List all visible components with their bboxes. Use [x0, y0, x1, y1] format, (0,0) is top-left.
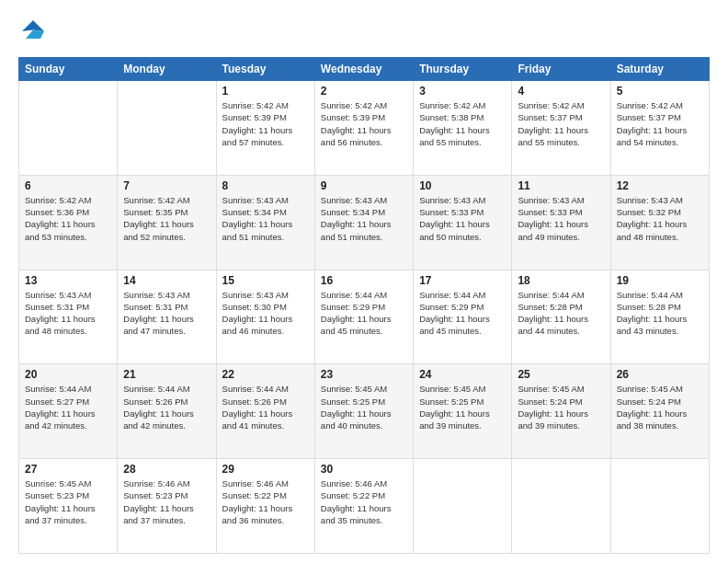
day-number: 16 — [321, 274, 407, 287]
calendar-cell — [610, 459, 709, 554]
day-number: 18 — [518, 274, 604, 287]
day-number: 9 — [321, 179, 407, 192]
day-number: 19 — [617, 274, 703, 287]
page: SundayMondayTuesdayWednesdayThursdayFrid… — [0, 0, 728, 563]
day-info: Sunrise: 5:43 AM Sunset: 5:32 PM Dayligh… — [617, 194, 703, 243]
calendar-header-thursday: Thursday — [414, 58, 512, 81]
calendar-cell: 24Sunrise: 5:45 AM Sunset: 5:25 PM Dayli… — [414, 364, 512, 459]
calendar-cell: 19Sunrise: 5:44 AM Sunset: 5:28 PM Dayli… — [610, 270, 709, 364]
day-info: Sunrise: 5:45 AM Sunset: 5:25 PM Dayligh… — [419, 383, 506, 431]
day-info: Sunrise: 5:45 AM Sunset: 5:24 PM Dayligh… — [617, 383, 703, 431]
day-info: Sunrise: 5:43 AM Sunset: 5:31 PM Dayligh… — [123, 289, 210, 338]
day-info: Sunrise: 5:45 AM Sunset: 5:23 PM Dayligh… — [25, 477, 111, 526]
day-number: 20 — [25, 368, 111, 381]
day-info: Sunrise: 5:42 AM Sunset: 5:37 PM Dayligh… — [518, 99, 604, 148]
calendar-header-saturday: Saturday — [610, 58, 709, 81]
calendar-week-5: 27Sunrise: 5:45 AM Sunset: 5:23 PM Dayli… — [19, 459, 710, 554]
calendar-cell: 29Sunrise: 5:46 AM Sunset: 5:22 PM Dayli… — [216, 459, 314, 554]
calendar-cell: 15Sunrise: 5:43 AM Sunset: 5:30 PM Dayli… — [216, 270, 314, 364]
day-number: 26 — [617, 368, 703, 381]
calendar-cell: 7Sunrise: 5:42 AM Sunset: 5:35 PM Daylig… — [118, 175, 216, 270]
calendar-cell: 16Sunrise: 5:44 AM Sunset: 5:29 PM Dayli… — [314, 270, 413, 364]
calendar-cell: 21Sunrise: 5:44 AM Sunset: 5:26 PM Dayli… — [118, 364, 216, 459]
day-info: Sunrise: 5:44 AM Sunset: 5:28 PM Dayligh… — [518, 289, 604, 338]
day-number: 28 — [123, 463, 210, 476]
day-number: 6 — [25, 179, 111, 192]
calendar-cell — [512, 459, 610, 554]
calendar-cell: 27Sunrise: 5:45 AM Sunset: 5:23 PM Dayli… — [19, 459, 118, 554]
day-info: Sunrise: 5:46 AM Sunset: 5:23 PM Dayligh… — [123, 477, 210, 526]
calendar-cell: 8Sunrise: 5:43 AM Sunset: 5:34 PM Daylig… — [216, 175, 314, 270]
calendar-header-row: SundayMondayTuesdayWednesdayThursdayFrid… — [19, 58, 710, 81]
calendar-cell: 14Sunrise: 5:43 AM Sunset: 5:31 PM Dayli… — [118, 270, 216, 364]
day-info: Sunrise: 5:43 AM Sunset: 5:33 PM Dayligh… — [419, 194, 506, 243]
calendar-table: SundayMondayTuesdayWednesdayThursdayFrid… — [18, 57, 710, 554]
calendar-cell: 26Sunrise: 5:45 AM Sunset: 5:24 PM Dayli… — [610, 364, 709, 459]
calendar-cell: 20Sunrise: 5:44 AM Sunset: 5:27 PM Dayli… — [19, 364, 118, 459]
day-info: Sunrise: 5:42 AM Sunset: 5:39 PM Dayligh… — [321, 99, 407, 148]
header — [18, 17, 710, 46]
day-info: Sunrise: 5:44 AM Sunset: 5:29 PM Dayligh… — [419, 289, 506, 338]
day-number: 8 — [222, 179, 309, 192]
calendar-header-sunday: Sunday — [19, 58, 118, 81]
day-info: Sunrise: 5:44 AM Sunset: 5:26 PM Dayligh… — [123, 383, 210, 431]
calendar-cell — [118, 81, 216, 176]
day-info: Sunrise: 5:43 AM Sunset: 5:30 PM Dayligh… — [222, 289, 309, 338]
calendar-cell: 30Sunrise: 5:46 AM Sunset: 5:22 PM Dayli… — [314, 459, 413, 554]
calendar-cell — [19, 81, 118, 176]
calendar-cell: 4Sunrise: 5:42 AM Sunset: 5:37 PM Daylig… — [512, 81, 610, 176]
day-info: Sunrise: 5:44 AM Sunset: 5:28 PM Dayligh… — [617, 289, 703, 338]
day-number: 5 — [617, 85, 703, 98]
day-info: Sunrise: 5:43 AM Sunset: 5:34 PM Dayligh… — [222, 194, 309, 243]
calendar-header-monday: Monday — [118, 58, 216, 81]
calendar-header-tuesday: Tuesday — [216, 58, 314, 81]
calendar-cell: 25Sunrise: 5:45 AM Sunset: 5:24 PM Dayli… — [512, 364, 610, 459]
day-info: Sunrise: 5:42 AM Sunset: 5:37 PM Dayligh… — [617, 99, 703, 148]
day-number: 15 — [222, 274, 309, 287]
day-number: 1 — [222, 85, 309, 98]
calendar-cell: 3Sunrise: 5:42 AM Sunset: 5:38 PM Daylig… — [414, 81, 512, 176]
day-info: Sunrise: 5:45 AM Sunset: 5:24 PM Dayligh… — [518, 383, 604, 431]
day-number: 29 — [222, 463, 309, 476]
logo — [18, 17, 51, 46]
day-number: 12 — [617, 179, 703, 192]
day-number: 30 — [321, 463, 407, 476]
day-info: Sunrise: 5:43 AM Sunset: 5:34 PM Dayligh… — [321, 194, 407, 243]
logo-icon — [18, 17, 48, 46]
calendar-cell: 18Sunrise: 5:44 AM Sunset: 5:28 PM Dayli… — [512, 270, 610, 364]
calendar-cell: 2Sunrise: 5:42 AM Sunset: 5:39 PM Daylig… — [314, 81, 413, 176]
calendar-cell: 28Sunrise: 5:46 AM Sunset: 5:23 PM Dayli… — [118, 459, 216, 554]
day-info: Sunrise: 5:43 AM Sunset: 5:33 PM Dayligh… — [518, 194, 604, 243]
day-info: Sunrise: 5:42 AM Sunset: 5:36 PM Dayligh… — [25, 194, 111, 243]
calendar-cell: 9Sunrise: 5:43 AM Sunset: 5:34 PM Daylig… — [314, 175, 413, 270]
calendar-cell: 11Sunrise: 5:43 AM Sunset: 5:33 PM Dayli… — [512, 175, 610, 270]
day-number: 10 — [419, 179, 506, 192]
day-number: 11 — [518, 179, 604, 192]
calendar-header-friday: Friday — [512, 58, 610, 81]
calendar-cell: 13Sunrise: 5:43 AM Sunset: 5:31 PM Dayli… — [19, 270, 118, 364]
calendar-cell: 12Sunrise: 5:43 AM Sunset: 5:32 PM Dayli… — [610, 175, 709, 270]
calendar-cell: 6Sunrise: 5:42 AM Sunset: 5:36 PM Daylig… — [19, 175, 118, 270]
day-number: 21 — [123, 368, 210, 381]
calendar-cell: 1Sunrise: 5:42 AM Sunset: 5:39 PM Daylig… — [216, 81, 314, 176]
day-number: 25 — [518, 368, 604, 381]
calendar-cell — [414, 459, 512, 554]
calendar-week-4: 20Sunrise: 5:44 AM Sunset: 5:27 PM Dayli… — [19, 364, 710, 459]
day-number: 27 — [25, 463, 111, 476]
day-info: Sunrise: 5:46 AM Sunset: 5:22 PM Dayligh… — [222, 477, 309, 526]
day-info: Sunrise: 5:43 AM Sunset: 5:31 PM Dayligh… — [25, 289, 111, 338]
day-info: Sunrise: 5:45 AM Sunset: 5:25 PM Dayligh… — [321, 383, 407, 431]
day-info: Sunrise: 5:46 AM Sunset: 5:22 PM Dayligh… — [321, 477, 407, 526]
day-info: Sunrise: 5:44 AM Sunset: 5:27 PM Dayligh… — [25, 383, 111, 431]
day-number: 14 — [123, 274, 210, 287]
calendar-cell: 10Sunrise: 5:43 AM Sunset: 5:33 PM Dayli… — [414, 175, 512, 270]
day-info: Sunrise: 5:42 AM Sunset: 5:38 PM Dayligh… — [419, 99, 506, 148]
day-info: Sunrise: 5:42 AM Sunset: 5:35 PM Dayligh… — [123, 194, 210, 243]
calendar-cell: 22Sunrise: 5:44 AM Sunset: 5:26 PM Dayli… — [216, 364, 314, 459]
calendar-week-2: 6Sunrise: 5:42 AM Sunset: 5:36 PM Daylig… — [19, 175, 710, 270]
day-number: 3 — [419, 85, 506, 98]
day-info: Sunrise: 5:44 AM Sunset: 5:29 PM Dayligh… — [321, 289, 407, 338]
day-number: 23 — [321, 368, 407, 381]
calendar-cell: 17Sunrise: 5:44 AM Sunset: 5:29 PM Dayli… — [414, 270, 512, 364]
day-number: 22 — [222, 368, 309, 381]
